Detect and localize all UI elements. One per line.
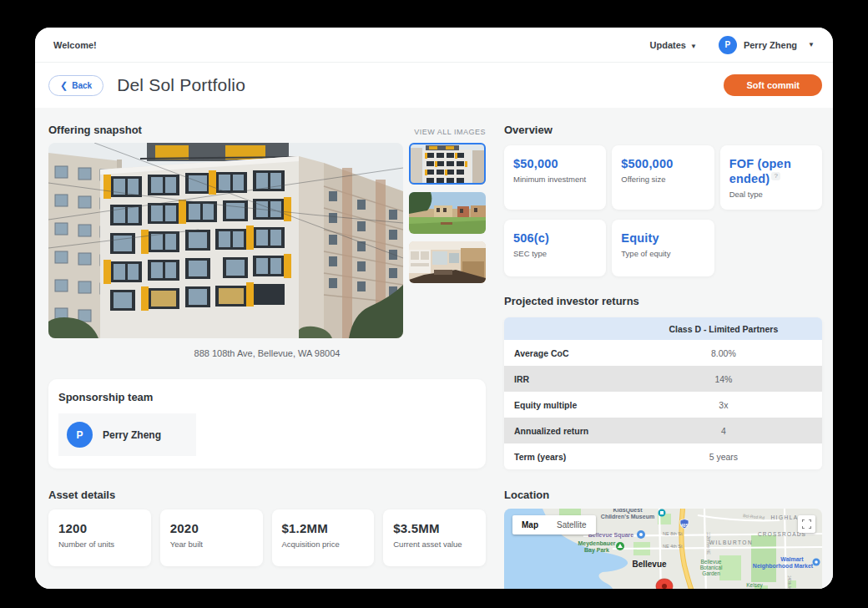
page-title: Del Sol Portfolio: [117, 75, 245, 95]
user-name: Perry Zheng: [744, 40, 797, 50]
updates-menu[interactable]: Updates▼: [650, 40, 697, 50]
thumbnail-courtyard[interactable]: [409, 192, 486, 234]
stat-card-asset-value: $3.5MM Current asset value: [383, 509, 486, 566]
content-area: Offering snapshot VIEW ALL IMAGES: [35, 108, 833, 589]
stat-card-acquisition: $1.2MM Acquisition price: [272, 509, 375, 566]
overview-cards: $50,000 Minimum investment $500,000 Offe…: [504, 145, 822, 276]
svg-text:112th Ave NE: 112th Ave NE: [706, 532, 710, 555]
returns-table-header: Class D - Limited Partners: [504, 317, 822, 340]
returns-heading: Projected investor returns: [504, 295, 822, 307]
svg-text:Children's Museum: Children's Museum: [601, 514, 654, 519]
mall-pin: [637, 530, 645, 539]
svg-text:HIGHLA: HIGHLA: [770, 514, 798, 520]
property-photo[interactable]: [48, 143, 403, 338]
sponsorship-card: Sponsorship team P Perry Zheng: [48, 379, 486, 469]
svg-text:Kelsey: Kelsey: [746, 582, 763, 589]
offering-snapshot-heading: Offering snapshot: [48, 124, 142, 136]
back-button[interactable]: ❮ Back: [48, 75, 103, 96]
avatar: P: [67, 422, 93, 448]
table-row: Average CoC 8.00%: [504, 340, 822, 366]
svg-text:WILBURTON: WILBURTON: [709, 540, 753, 545]
info-tooltip-icon[interactable]: ?: [771, 172, 780, 180]
chevron-down-icon: ▼: [690, 43, 697, 50]
chevron-left-icon: ❮: [60, 81, 68, 90]
museum-pin: [659, 509, 666, 517]
asset-cards: 1200 Number of units 2020 Year built $1.…: [48, 509, 486, 566]
walmart-pin: [813, 559, 820, 566]
team-member-chip[interactable]: P Perry Zheng: [58, 413, 196, 456]
soft-commit-button[interactable]: Soft commit: [724, 74, 822, 96]
user-menu[interactable]: P Perry Zheng ▼: [719, 36, 815, 54]
sponsorship-heading: Sponsorship team: [58, 391, 476, 403]
svg-text:Neighborhood Market: Neighborhood Market: [753, 563, 814, 570]
park-pin: [616, 542, 624, 550]
thumbnail-interior[interactable]: [409, 241, 486, 283]
table-row: Equity multiple 3x: [504, 392, 822, 418]
svg-text:405: 405: [681, 523, 689, 528]
svg-text:140th Ave NE: 140th Ave NE: [787, 575, 791, 589]
svg-text:Bellevue: Bellevue: [701, 559, 722, 565]
overview-card-deal-type: FOF (open ended)? Deal type: [720, 145, 822, 210]
satellite-button[interactable]: Satellite: [548, 515, 596, 535]
chevron-down-icon: ▼: [808, 41, 815, 48]
property-address: 888 108th Ave, Bellevue, WA 98004: [48, 348, 486, 358]
overview-card-offering-size: $500,000 Offering size: [612, 145, 714, 210]
top-bar: Welcome! Updates▼ P Perry Zheng ▼: [35, 28, 833, 63]
page-header: ❮ Back Del Sol Portfolio Soft commit: [35, 63, 833, 108]
svg-text:Botanical: Botanical: [700, 565, 723, 570]
svg-text:NE 8th St: NE 8th St: [663, 531, 683, 536]
stat-card-year-built: 2020 Year built: [160, 509, 263, 566]
app-window: Welcome! Updates▼ P Perry Zheng ▼ ❮ Back…: [35, 28, 833, 589]
map[interactable]: 405 KidsQuest Children's Muse: [504, 509, 822, 589]
team-member-name: Perry Zheng: [103, 429, 161, 441]
overview-card-sec-type: 506(c) SEC type: [504, 220, 606, 276]
svg-text:Walmart: Walmart: [780, 556, 804, 562]
svg-text:Bellevue: Bellevue: [632, 560, 667, 569]
asset-details-heading: Asset details: [48, 489, 486, 501]
location-heading: Location: [504, 489, 822, 501]
map-type-control: Map Satellite: [512, 515, 596, 535]
table-row: IRR 14%: [504, 366, 822, 392]
table-row: Annualized return 4: [504, 418, 822, 443]
map-button[interactable]: Map: [512, 515, 548, 535]
fullscreen-button[interactable]: [798, 515, 815, 533]
svg-text:Garden: Garden: [702, 570, 720, 576]
fullscreen-icon: [802, 519, 811, 529]
thumbnail-building-selected[interactable]: [409, 143, 486, 185]
route-405-shield: 405: [680, 519, 689, 529]
avatar: P: [719, 36, 737, 54]
overview-card-min-investment: $50,000 Minimum investment: [504, 145, 606, 210]
table-row: Term (years) 5 years: [504, 443, 822, 469]
svg-text:NE 4th St: NE 4th St: [663, 544, 683, 549]
welcome-text: Welcome!: [53, 40, 97, 50]
svg-text:Meydenbauer: Meydenbauer: [578, 540, 615, 547]
svg-text:Bay Park: Bay Park: [584, 547, 609, 554]
thumbnail-list: [409, 143, 486, 338]
stat-card-units: 1200 Number of units: [48, 509, 151, 566]
overview-card-equity-type: Equity Type of equity: [612, 220, 714, 276]
returns-table: Class D - Limited Partners Average CoC 8…: [504, 317, 822, 469]
view-all-images-link[interactable]: VIEW ALL IMAGES: [414, 128, 486, 136]
overview-heading: Overview: [504, 124, 822, 136]
